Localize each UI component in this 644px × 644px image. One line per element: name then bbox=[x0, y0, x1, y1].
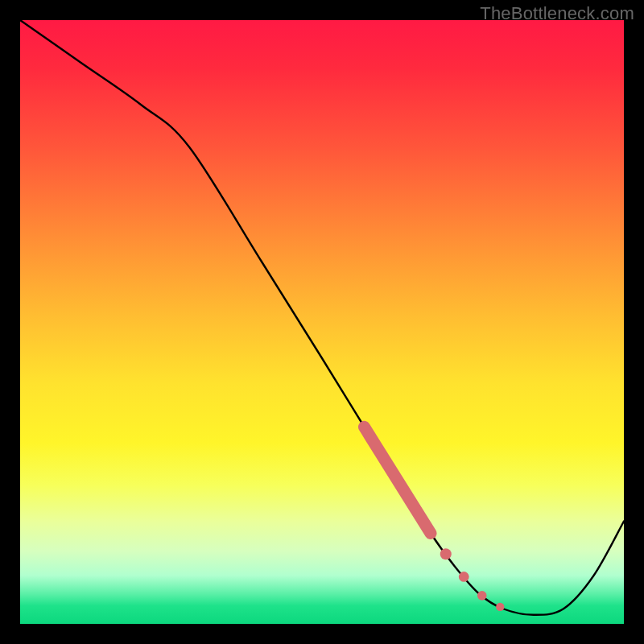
highlight-dot bbox=[496, 603, 504, 611]
plot-area bbox=[20, 20, 624, 624]
highlight-dot bbox=[440, 548, 452, 559]
curve-layer bbox=[20, 20, 624, 615]
highlight-dot bbox=[459, 572, 469, 582]
chart-stage: TheBottleneck.com bbox=[0, 0, 644, 644]
highlight-layer bbox=[365, 427, 505, 611]
bottleneck-curve bbox=[20, 20, 624, 615]
highlight-thick-segment bbox=[365, 427, 431, 533]
chart-svg bbox=[20, 20, 624, 624]
highlight-dot bbox=[477, 591, 487, 601]
